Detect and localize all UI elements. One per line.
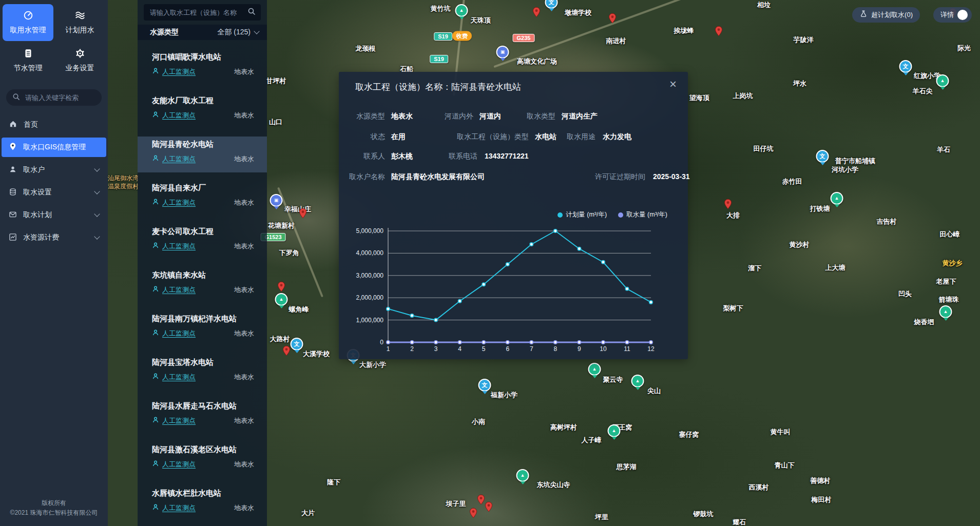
road-badge: S19 (430, 55, 448, 63)
legend-dot (558, 212, 563, 218)
mountain-marker[interactable]: ▲ (455, 4, 468, 20)
legend-label: 计划量 (m³/年) (566, 210, 607, 219)
red-pin-marker[interactable] (283, 345, 291, 358)
monitor-type-tag[interactable]: 人工监测点 (162, 67, 196, 76)
red-pin-marker[interactable] (485, 501, 493, 514)
sidebar-item-1[interactable]: 取水口GIS信息管理 (2, 138, 106, 157)
red-pin-marker[interactable] (533, 7, 541, 20)
temple-marker[interactable]: ▲ (516, 469, 529, 484)
mountain-marker[interactable]: ▲ (275, 293, 288, 308)
school-marker[interactable]: 文 (478, 379, 491, 394)
sidebar-item-3[interactable]: 取水设置 (2, 183, 106, 202)
search-icon[interactable] (247, 7, 256, 17)
chart-icon (9, 233, 17, 243)
red-pin-marker[interactable] (477, 494, 485, 507)
modal-title: 取水工程（设施）名称：陆河县青砼水电站 (355, 81, 521, 93)
chevron-down-icon (94, 211, 100, 217)
mountain-marker[interactable]: ▲ (631, 375, 644, 390)
legend-item[interactable]: 取水量 (m³/年) (618, 210, 667, 219)
app-tile-2[interactable]: 节水管理 (3, 42, 53, 79)
station-list-item[interactable]: 陆河县青砼水电站 人工监测点 地表水 (138, 137, 267, 172)
monitor-type-tag[interactable]: 人工监测点 (162, 198, 196, 207)
station-list-item[interactable]: 陆河县自来水厂 人工监测点 地表水 (138, 180, 267, 216)
map-poi-label: 大路村 (270, 335, 290, 344)
app-tile-0[interactable]: 取用水管理 (3, 4, 53, 41)
mountain-marker[interactable]: ▲ (939, 305, 952, 321)
monitor-type-tag[interactable]: 人工监测点 (162, 285, 196, 295)
map-poi-label: 大片 (301, 509, 315, 518)
map-poi-label: 温泉度假村 (108, 182, 139, 191)
filter-dropdown[interactable]: 全部 (125) (217, 28, 259, 37)
map-poi-label: 相垃 (757, 1, 771, 10)
map-poi-label: 下罗角 (279, 248, 299, 258)
over-plan-water-button[interactable]: 超计划取水(0) (852, 7, 920, 23)
station-list-item[interactable]: 东坑镇自来水站 人工监测点 地表水 (138, 267, 267, 303)
legend-dot (618, 212, 623, 218)
mountain-marker[interactable]: ▲ (831, 192, 843, 207)
station-list-item[interactable]: 河口镇唱歌潭水电站 人工监测点 地表水 (138, 49, 267, 85)
mountain-marker[interactable]: ▲ (936, 74, 949, 90)
station-list-item[interactable]: 友能水厂取水工程 人工监测点 地表水 (138, 93, 267, 129)
sidebar-item-0[interactable]: 首页 (2, 115, 106, 134)
svg-text:2,000,000: 2,000,000 (356, 294, 384, 301)
red-pin-marker[interactable] (715, 26, 723, 38)
sidebar-item-4[interactable]: 取水计划 (2, 205, 106, 225)
map-poi-label: 坪里 (595, 513, 608, 522)
mountain-marker[interactable]: ▲ (608, 424, 621, 440)
monitor-type-tag[interactable]: 人工监测点 (162, 460, 196, 469)
svg-text:9: 9 (578, 345, 581, 353)
station-name: 陆河县宝塔水电站 (152, 358, 267, 367)
red-pin-marker[interactable] (470, 508, 477, 520)
monitor-type-tag[interactable]: 人工监测点 (162, 373, 196, 382)
map-poi-label: 芋陂洋 (794, 35, 814, 45)
school-marker[interactable]: 文 (816, 150, 829, 165)
school-marker[interactable]: 文 (545, 0, 558, 11)
app-tile-3[interactable]: 业务设置 (54, 42, 105, 79)
sidebar-item-2[interactable]: 取水户 (2, 160, 106, 180)
red-pin-marker[interactable] (299, 208, 307, 221)
svg-text:2: 2 (410, 345, 414, 353)
sidebar-item-label: 水资源计费 (23, 233, 89, 242)
flask-icon (859, 10, 868, 20)
svg-text:12: 12 (647, 345, 655, 353)
monitor-type-tag[interactable]: 人工监测点 (162, 154, 196, 164)
sidebar-item-label: 取水户 (23, 165, 89, 174)
field-label: 取水工程（设施）类型 (452, 132, 529, 142)
person-tag-icon (152, 242, 159, 251)
map-poi-label: 吉告村 (877, 217, 897, 226)
station-list-item[interactable]: 陆河县水唇走马石水电站 人工监测点 地表水 (138, 398, 267, 434)
station-list-item[interactable]: 水唇镇水栏肚水电站 人工监测点 地表水 (138, 485, 267, 521)
map-poi-label: 聚云寺 (603, 375, 623, 384)
app-tile-1[interactable]: 计划用水 (54, 4, 105, 41)
school-marker[interactable]: 文 (291, 338, 303, 353)
legend-item[interactable]: 计划量 (m³/年) (558, 210, 607, 219)
building-marker[interactable]: ▣ (496, 46, 509, 61)
red-pin-marker[interactable] (609, 13, 617, 26)
monitor-type-tag[interactable]: 人工监测点 (162, 111, 196, 120)
station-list-item[interactable]: 陆河县宝塔水电站 人工监测点 地表水 (138, 355, 267, 391)
station-list-item[interactable]: 陆河县南万镇杞洋水电站 人工监测点 地表水 (138, 311, 267, 347)
map-poi-label: 天珠顶 (471, 16, 491, 25)
building-marker[interactable]: ▣ (270, 194, 283, 209)
map-poi-label: 大排 (726, 211, 740, 220)
monitor-type-tag[interactable]: 人工监测点 (162, 329, 196, 338)
station-search-input[interactable] (149, 8, 243, 17)
monitor-type-tag[interactable]: 人工监测点 (162, 242, 196, 251)
sidebar-search-input[interactable] (24, 93, 117, 102)
sidebar-item-5[interactable]: 水资源计费 (2, 228, 106, 247)
map-poi-label: 箭塘珠 (939, 295, 959, 304)
map-poi-label: 打铁塘 (810, 204, 830, 213)
close-icon[interactable]: × (669, 78, 677, 90)
red-pin-marker[interactable] (278, 281, 285, 294)
monitor-type-tag[interactable]: 人工监测点 (162, 416, 196, 425)
station-list-item[interactable]: 麦卡公司取水工程 人工监测点 地表水 (138, 224, 267, 260)
database-icon (9, 188, 17, 198)
monitor-type-tag[interactable]: 人工监测点 (162, 503, 196, 513)
map-poi-label: 坪水 (793, 79, 806, 88)
school-marker[interactable]: 文 (899, 60, 912, 75)
temple-marker[interactable]: ▲ (588, 363, 601, 378)
station-list-item[interactable]: 陆河县激石溪老区水电站 人工监测点 地表水 (138, 442, 267, 478)
detail-toggle[interactable]: 详情 (933, 7, 972, 23)
red-pin-marker[interactable] (724, 199, 732, 211)
modal-field-row: 取水户名称 陆河县青砼水电发展有限公司许可证过期时间 2025-03-31 (339, 172, 688, 183)
